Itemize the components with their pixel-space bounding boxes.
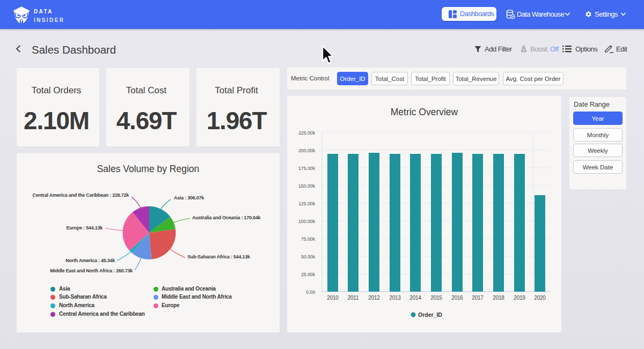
svg-text:175.00k: 175.00k <box>298 166 316 171</box>
svg-text:2013: 2013 <box>389 295 401 301</box>
svg-text:2010: 2010 <box>327 295 339 301</box>
svg-text:2015: 2015 <box>430 295 442 301</box>
svg-text:0.00: 0.00 <box>306 289 315 295</box>
svg-text:25.00k: 25.00k <box>301 272 316 277</box>
svg-text:200.00k: 200.00k <box>298 148 316 153</box>
svg-text:2020: 2020 <box>534 295 546 301</box>
svg-text:75.00k: 75.00k <box>301 236 316 242</box>
svg-text:100.00k: 100.00k <box>298 219 316 224</box>
svg-text:2016: 2016 <box>451 295 463 301</box>
svg-text:2018: 2018 <box>493 295 504 301</box>
svg-text:2011: 2011 <box>348 295 359 301</box>
svg-text:125.00k: 125.00k <box>298 201 316 206</box>
svg-text:150.00k: 150.00k <box>298 183 316 189</box>
svg-text:225.00k: 225.00k <box>298 130 316 136</box>
svg-text:2012: 2012 <box>368 295 380 301</box>
svg-text:50.00k: 50.00k <box>301 254 316 259</box>
svg-text:2017: 2017 <box>472 295 484 301</box>
svg-text:2014: 2014 <box>409 295 421 301</box>
svg-text:2019: 2019 <box>514 295 525 301</box>
svg-text:Order_ID: Order_ID <box>418 311 442 318</box>
